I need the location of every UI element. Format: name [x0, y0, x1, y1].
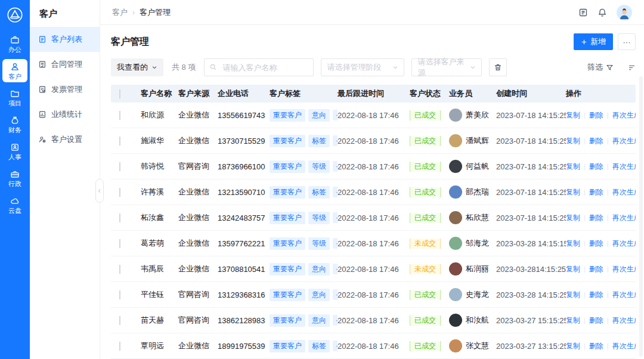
more-tags-button[interactable]: ···: [333, 212, 338, 223]
breadcrumb-root[interactable]: 客户: [112, 7, 128, 18]
more-tags-button[interactable]: ···: [333, 135, 338, 146]
customer-tag[interactable]: 意向: [308, 289, 330, 301]
row-checkbox[interactable]: [119, 342, 120, 351]
customer-name-cell[interactable]: 葛若萌: [141, 238, 178, 249]
row-checkbox[interactable]: [119, 111, 120, 120]
more-tags-button[interactable]: ···: [333, 187, 338, 197]
action-delete-link[interactable]: 删除: [589, 342, 603, 350]
sidebar-item-invoice-mgmt[interactable]: 发票管理: [30, 77, 100, 102]
customer-tag[interactable]: 标签: [308, 186, 330, 199]
row-checkbox[interactable]: [119, 239, 120, 248]
customer-name-cell[interactable]: 韩诗悦: [141, 161, 178, 172]
notes-icon[interactable]: [578, 8, 588, 17]
action-regenerate-link[interactable]: 再次生成: [612, 290, 636, 299]
action-copy-link[interactable]: 复制: [566, 162, 580, 171]
row-checkbox[interactable]: [119, 137, 120, 146]
customer-tag[interactable]: 重要客户: [270, 289, 305, 301]
action-regenerate-link[interactable]: 再次生成: [612, 239, 636, 247]
customer-tag[interactable]: 重要客户: [270, 237, 305, 250]
row-checkbox[interactable]: [119, 162, 120, 171]
action-copy-link[interactable]: 复制: [566, 213, 580, 222]
action-copy-link[interactable]: 复制: [566, 316, 580, 324]
action-delete-link[interactable]: 删除: [589, 265, 603, 273]
more-tags-button[interactable]: ···: [333, 315, 338, 326]
customer-tag[interactable]: 重要客户: [270, 263, 305, 276]
row-checkbox[interactable]: [119, 290, 120, 299]
more-tags-button[interactable]: ···: [333, 264, 338, 274]
select-all-checkbox[interactable]: [119, 89, 120, 99]
customer-tag[interactable]: 等级: [308, 160, 330, 173]
customer-name-cell[interactable]: 和欣源: [141, 110, 178, 120]
customer-tag[interactable]: 重要客户: [270, 109, 305, 122]
rail-item-hr[interactable]: 人事: [2, 140, 27, 163]
customer-name-cell[interactable]: 覃明远: [141, 341, 178, 351]
customer-tag[interactable]: 重要客户: [270, 340, 305, 352]
action-delete-link[interactable]: 删除: [589, 213, 603, 222]
action-copy-link[interactable]: 复制: [566, 342, 580, 350]
bell-icon[interactable]: [597, 8, 607, 17]
customer-name-search-input[interactable]: [204, 58, 314, 76]
app-logo-icon[interactable]: [6, 6, 24, 24]
rail-item-customer[interactable]: 客户: [2, 59, 27, 82]
action-regenerate-link[interactable]: 再次生成: [612, 316, 636, 324]
customer-name-cell[interactable]: 柘汝鑫: [141, 212, 178, 223]
action-regenerate-link[interactable]: 再次生成: [612, 188, 636, 196]
action-regenerate-link[interactable]: 再次生成: [612, 162, 636, 171]
customer-name-cell[interactable]: 许苒溪: [141, 187, 178, 197]
sidebar-item-customer-settings[interactable]: 客户设置: [30, 127, 100, 152]
column-settings-button[interactable]: [628, 64, 636, 72]
action-delete-link[interactable]: 删除: [589, 162, 603, 171]
customer-name-cell[interactable]: 韦禹辰: [141, 264, 178, 274]
sidebar-collapse-handle[interactable]: [95, 179, 104, 203]
customer-tag[interactable]: 重要客户: [270, 314, 305, 327]
row-checkbox[interactable]: [119, 316, 120, 325]
customer-tag[interactable]: 重要客户: [270, 135, 305, 147]
row-checkbox[interactable]: [119, 213, 120, 222]
clear-filters-button[interactable]: [489, 58, 507, 76]
user-avatar[interactable]: [617, 5, 632, 20]
more-tags-button[interactable]: ···: [333, 161, 338, 172]
action-copy-link[interactable]: 复制: [566, 188, 580, 196]
rail-item-admin[interactable]: 行政: [2, 166, 27, 190]
action-delete-link[interactable]: 删除: [589, 188, 603, 196]
action-regenerate-link[interactable]: 再次生成: [612, 213, 636, 222]
customer-tag[interactable]: 标签: [308, 340, 330, 352]
action-regenerate-link[interactable]: 再次生成: [612, 111, 636, 119]
customer-tag[interactable]: 意向: [308, 109, 330, 122]
action-copy-link[interactable]: 复制: [566, 265, 580, 273]
rail-item-clouddisk[interactable]: 云盘: [2, 193, 27, 216]
rail-item-office[interactable]: 办公: [2, 32, 27, 55]
customer-tag[interactable]: 意向: [308, 314, 330, 327]
scrollbar[interactable]: [639, 76, 643, 357]
action-delete-link[interactable]: 删除: [589, 316, 603, 324]
action-regenerate-link[interactable]: 再次生成: [612, 342, 636, 350]
more-tags-button[interactable]: ···: [333, 289, 338, 300]
rail-item-finance[interactable]: 财务: [2, 113, 27, 136]
more-tags-button[interactable]: ···: [333, 110, 338, 120]
row-checkbox[interactable]: [119, 265, 120, 274]
customer-source-select[interactable]: 请选择客户来源: [411, 58, 482, 76]
action-regenerate-link[interactable]: 再次生成: [612, 137, 636, 145]
more-tags-button[interactable]: ···: [333, 341, 338, 351]
action-delete-link[interactable]: 删除: [589, 111, 603, 119]
customer-name-cell[interactable]: 平佳钰: [141, 289, 178, 300]
action-copy-link[interactable]: 复制: [566, 137, 580, 145]
action-copy-link[interactable]: 复制: [566, 290, 580, 299]
more-tags-button[interactable]: ···: [333, 238, 338, 249]
sidebar-item-performance-stats[interactable]: 业绩统计: [30, 102, 100, 127]
add-button[interactable]: 新增: [574, 33, 613, 50]
customer-tag[interactable]: 等级: [308, 212, 330, 224]
row-checkbox[interactable]: [119, 188, 120, 197]
filter-toggle[interactable]: 筛选: [587, 62, 614, 73]
customer-tag[interactable]: 重要客户: [270, 186, 305, 199]
customer-name-cell[interactable]: 施淑华: [141, 135, 178, 146]
customer-tag[interactable]: 重要客户: [270, 160, 305, 173]
customer-tag[interactable]: 等级: [308, 237, 330, 250]
more-actions-button[interactable]: ···: [618, 33, 636, 50]
action-delete-link[interactable]: 删除: [589, 137, 603, 145]
action-regenerate-link[interactable]: 再次生成: [612, 265, 636, 273]
customer-tag[interactable]: 标签: [308, 135, 330, 147]
action-copy-link[interactable]: 复制: [566, 111, 580, 119]
customer-name-cell[interactable]: 苗天赫: [141, 315, 178, 326]
customer-tag[interactable]: 意向: [308, 263, 330, 276]
